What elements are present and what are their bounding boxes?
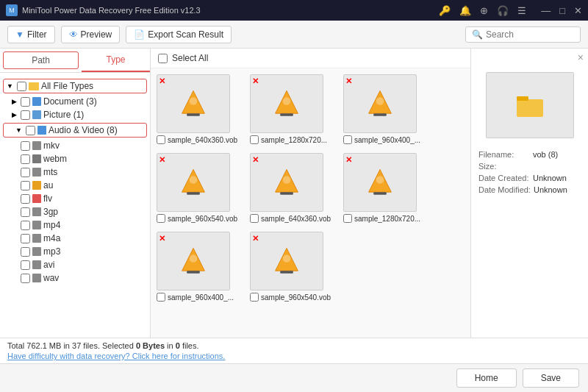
select-all-checkbox[interactable]	[158, 54, 168, 63]
tree-mp3[interactable]: mp3	[0, 245, 150, 258]
tree-document[interactable]: ▶ Document (3)	[0, 95, 150, 108]
tree-all-file-types[interactable]: ▼ All File Types	[4, 79, 146, 93]
tree-mkv[interactable]: mkv	[0, 139, 150, 152]
file-name: sample_1280x720...	[261, 136, 334, 144]
file-thumbnail[interactable]: ✕	[343, 153, 417, 212]
svg-point-5	[283, 97, 291, 105]
file-checkbox[interactable]	[157, 135, 165, 144]
all-file-types-label: All File Types	[41, 81, 93, 91]
file-info-date-created: Date Created: Unknown	[478, 174, 581, 182]
avi-checkbox[interactable]	[21, 260, 30, 270]
mp3-checkbox[interactable]	[21, 247, 30, 257]
bell-icon[interactable]: 🔔	[459, 5, 471, 16]
file-name: sample_640x360.vob	[261, 215, 334, 223]
close-icon[interactable]: ✕	[574, 5, 582, 16]
file-thumbnail[interactable]: ✕	[157, 232, 230, 291]
svg-rect-16	[373, 192, 387, 195]
m4a-checkbox[interactable]	[21, 234, 30, 243]
av-expand-arrow: ▼	[15, 126, 22, 134]
flv-checkbox[interactable]	[21, 194, 30, 204]
file-info-filename: Filename: vob (8)	[478, 150, 581, 159]
file-thumbnail[interactable]: ✕	[343, 74, 417, 133]
file-name: sample_960x540.vob	[261, 293, 334, 302]
tree-mp4[interactable]: mp4	[0, 218, 150, 232]
file-thumbnail[interactable]: ✕	[250, 153, 323, 212]
audio-video-checkbox[interactable]	[26, 126, 35, 135]
tab-type[interactable]: Type	[82, 49, 150, 72]
vlc-cone-icon	[270, 166, 303, 199]
file-checkbox[interactable]	[157, 214, 165, 223]
circle-icon[interactable]: ⊕	[480, 5, 488, 16]
list-item: ✕ sample_640x360.vob	[157, 74, 241, 144]
tree-mts[interactable]: mts	[0, 165, 150, 179]
pic-expand-arrow: ▶	[12, 111, 17, 118]
tree-3gp[interactable]: 3gp	[0, 205, 150, 218]
help-link[interactable]: Have difficulty with data recovery? Clic…	[7, 352, 581, 360]
file-thumbnail[interactable]: ✕	[157, 74, 230, 133]
search-input[interactable]	[486, 29, 574, 40]
tree-audio-video[interactable]: ▼ Audio & Video (8)	[4, 124, 146, 137]
file-grid: ✕ sample_640x360.vob	[151, 68, 470, 338]
wav-checkbox[interactable]	[21, 274, 30, 283]
vlc-cone-icon	[270, 245, 303, 277]
svg-rect-4	[280, 113, 293, 116]
file-checkbox[interactable]	[250, 214, 259, 223]
vlc-cone-icon	[177, 245, 209, 277]
file-thumbnail[interactable]: ✕	[250, 74, 323, 133]
preview-button[interactable]: 👁 Preview	[61, 26, 121, 43]
folder-preview-icon	[515, 90, 545, 120]
mts-checkbox[interactable]	[21, 168, 30, 177]
webm-checkbox[interactable]	[21, 154, 30, 164]
filename-value: vob (8)	[533, 150, 558, 159]
tree-picture[interactable]: ▶ Picture (1)	[0, 108, 150, 121]
mp4-checkbox[interactable]	[21, 221, 30, 230]
tree-au[interactable]: au	[0, 179, 150, 192]
flv-label: flv	[43, 193, 52, 204]
preview-icon: 👁	[69, 29, 78, 40]
file-thumbnail[interactable]: ✕	[250, 232, 323, 291]
tab-bar: Path Type	[0, 49, 150, 73]
select-all-bar: Select All	[151, 49, 470, 68]
menu-icon[interactable]: ☰	[517, 5, 526, 16]
key-icon[interactable]: 🔑	[439, 5, 451, 16]
mp3-label: mp3	[43, 246, 60, 257]
au-checkbox[interactable]	[21, 181, 30, 190]
file-checkbox[interactable]	[343, 214, 352, 223]
picture-checkbox[interactable]	[21, 110, 30, 120]
tree-m4a[interactable]: m4a	[0, 232, 150, 245]
select-all-label: Select All	[172, 53, 208, 63]
document-checkbox[interactable]	[21, 97, 30, 107]
svg-point-2	[190, 97, 198, 105]
file-checkbox[interactable]	[343, 135, 352, 144]
file-checkbox[interactable]	[250, 135, 259, 144]
save-button[interactable]: Save	[523, 368, 579, 388]
in-text: in	[165, 341, 176, 350]
filter-button[interactable]: ▼ Filter	[7, 26, 55, 43]
vlc-cone-icon	[270, 88, 303, 120]
search-icon: 🔍	[472, 29, 483, 40]
webm-icon	[32, 154, 41, 163]
delete-marker: ✕	[345, 76, 352, 86]
tree-webm[interactable]: webm	[0, 152, 150, 165]
file-type-tree: ▼ All File Types ▶ Document (3) ▶ Pictur…	[0, 73, 150, 338]
expand-arrow: ▼	[7, 82, 13, 90]
3gp-checkbox[interactable]	[21, 207, 30, 217]
minimize-icon[interactable]: —	[541, 5, 551, 16]
all-file-types-checkbox[interactable]	[17, 82, 26, 91]
picture-label: Picture (1)	[43, 110, 84, 120]
svg-point-23	[283, 254, 291, 263]
tab-path[interactable]: Path	[3, 51, 79, 69]
tree-avi[interactable]: avi	[0, 258, 150, 271]
file-checkbox[interactable]	[250, 293, 259, 302]
file-checkbox[interactable]	[157, 293, 165, 302]
close-preview-button[interactable]: ×	[578, 51, 584, 63]
tree-wav[interactable]: wav	[0, 271, 150, 285]
file-thumbnail[interactable]: ✕	[157, 153, 230, 212]
headphone-icon[interactable]: 🎧	[497, 5, 509, 16]
mkv-checkbox[interactable]	[21, 141, 30, 151]
delete-marker: ✕	[345, 155, 352, 165]
maximize-icon[interactable]: □	[559, 5, 565, 16]
tree-flv[interactable]: flv	[0, 192, 150, 205]
export-button[interactable]: 📄 Export Scan Result	[126, 26, 232, 43]
home-button[interactable]: Home	[456, 368, 517, 388]
